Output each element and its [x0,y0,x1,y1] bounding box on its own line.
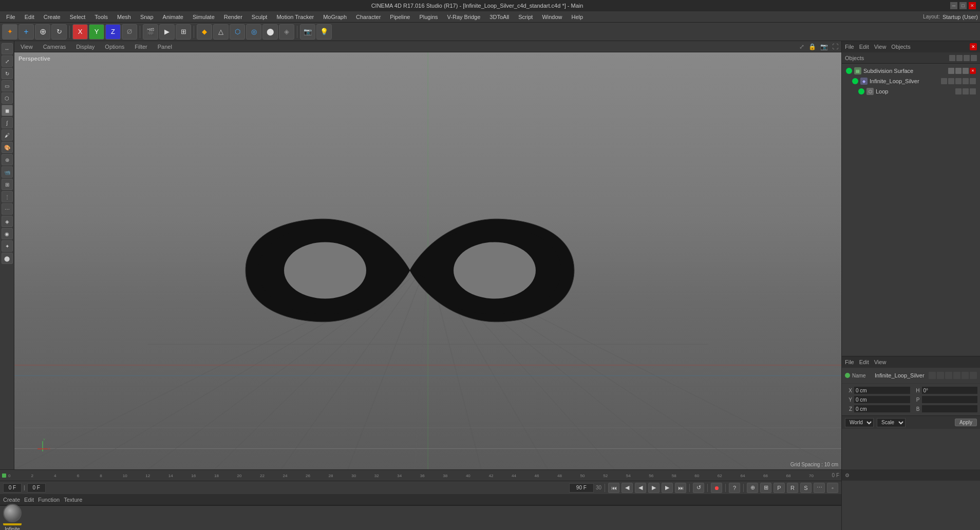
toolbar-btn-render[interactable]: ▶ [159,24,175,40]
viewport-tab-view[interactable]: View [17,43,36,51]
pb-key-pos[interactable]: P [774,483,785,493]
toolbar-btn-extrude[interactable]: ⬡ [230,24,245,40]
toolbar-btn-connect[interactable]: ◈ [279,24,294,40]
pb-help[interactable]: ? [729,483,740,493]
tool-snap2[interactable]: ⋮ [2,191,13,202]
tool-active[interactable]: ◼ [2,105,13,116]
attr-icon6[interactable] [970,372,977,379]
toolbar-btn-rotate[interactable]: ↻ [51,24,67,40]
panel-close-objects[interactable]: ✕ [970,43,977,50]
menu-sculpt[interactable]: Sculpt [248,13,272,21]
tool-grid[interactable]: ⊞ [2,179,13,190]
menu-mograph[interactable]: MoGraph [319,13,351,21]
tool-brush[interactable]: 🖌 [2,129,13,141]
tool-camera2[interactable]: 📹 [2,166,13,178]
tool-polygon[interactable]: ⬡ [2,92,13,104]
attr-icon1[interactable] [929,372,936,379]
obj-menu-objects[interactable]: Objects [891,44,910,50]
pb-record[interactable]: ⏺ [711,483,722,493]
menu-snap[interactable]: Snap [136,13,158,21]
object-item-infiniteloop[interactable]: ◆ Infinite_Loop_Silver [844,76,978,86]
attr-icon3[interactable] [945,372,952,379]
menu-pipeline[interactable]: Pipeline [386,13,414,21]
viewport-canvas[interactable]: Perspective [14,52,841,469]
menu-select[interactable]: Select [66,13,90,21]
apply-button[interactable]: Apply [955,419,977,426]
toolbar-btn-loop[interactable]: ◎ [246,24,261,40]
obj-menu-file[interactable]: File [845,44,854,50]
maximize-button[interactable]: □ [959,2,967,9]
toolbar-btn-light[interactable]: 💡 [316,24,332,40]
material-item-infinite[interactable]: Infinite [3,504,22,530]
toolbar-btn-all-axes[interactable]: Ø [122,24,137,40]
obj-menu-edit[interactable]: Edit [859,44,869,50]
mat-menu-create[interactable]: Create [3,497,20,503]
toolbar-btn-y-axis[interactable]: Y [89,24,104,40]
toolbar-btn-undo[interactable]: + [18,24,34,40]
obj-ctrl-lp2[interactable] [963,88,969,94]
coord-z-value[interactable]: 0 cm [854,405,911,413]
viewport-icon-lock[interactable]: 🔒 [808,43,816,50]
menu-file[interactable]: File [2,13,20,21]
pb-prev-keyframe[interactable]: ◀ [621,483,633,493]
pb-next-keyframe[interactable]: ▶ [662,483,673,493]
toolbar-btn-mode[interactable]: ✦ [2,24,17,40]
menu-motion-tracker[interactable]: Motion Tracker [272,13,318,21]
toolbar-btn-x-axis[interactable]: X [72,24,88,40]
obj-ctrl-vis2[interactable] [955,68,962,74]
tool-misc[interactable]: ◈ [2,216,13,227]
menu-mesh[interactable]: Mesh [113,13,135,21]
attr-icon2[interactable] [937,372,944,379]
viewport-tab-filter[interactable]: Filter [131,43,150,51]
obj-ctrl-il3[interactable] [955,78,962,84]
coord-h-value[interactable]: 0° [921,386,978,394]
attr-icon5[interactable] [962,372,969,379]
obj-ctrl-lp3[interactable] [970,88,976,94]
pb-play[interactable]: ▶ [648,483,659,493]
attr-menu-file[interactable]: File [845,359,854,365]
pb-key-scale[interactable]: S [800,483,812,493]
menu-character[interactable]: Character [352,13,385,21]
toolbar-btn-render-to[interactable]: ⊞ [176,24,191,40]
material-ball-infinite[interactable] [3,504,22,522]
end-frame-input[interactable]: 90 F [569,483,594,493]
viewport-tab-panel[interactable]: Panel [155,43,175,51]
menu-create[interactable]: Create [40,13,65,21]
viewport-tab-options[interactable]: Options [102,43,127,51]
obj-ctrl-il4[interactable] [963,78,969,84]
pb-key-point[interactable]: ◦ [827,483,838,493]
minimize-button[interactable]: ─ [950,2,957,9]
obj-ctrl-il5[interactable] [970,78,976,84]
coord-world-dropdown[interactable]: World [845,418,874,427]
close-button[interactable]: ✕ [969,2,976,9]
viewport-tab-display[interactable]: Display [73,43,98,51]
mat-menu-texture[interactable]: Texture [64,497,82,503]
menu-vray[interactable]: V-Ray Bridge [443,13,485,21]
pb-goto-end[interactable]: ⏭ [675,483,686,493]
menu-help[interactable]: Help [568,13,588,21]
menu-edit[interactable]: Edit [21,13,39,21]
toolbar-btn-move[interactable]: ⊕ [35,24,50,40]
pb-autokey[interactable]: ⊕ [747,483,758,493]
obj-ctrl-il1[interactable] [941,78,947,84]
obj-ctrl-lp1[interactable] [955,88,962,94]
pb-goto-start[interactable]: ⏮ [608,483,619,493]
menu-window[interactable]: Window [538,13,566,21]
toolbar-btn-knife[interactable]: △ [213,24,229,40]
coord-x-value[interactable]: 0 cm [854,386,911,394]
object-item-subdivision[interactable]: ▤ Subdivision Surface ✕ [844,66,978,76]
pb-loop[interactable]: ↺ [693,483,704,493]
coord-b-value[interactable] [921,405,978,413]
viewport-icon-expand[interactable]: ⛶ [832,43,838,50]
obj-ctrl-il2[interactable] [948,78,954,84]
obj-ctrl-vis3[interactable] [963,68,969,74]
obj-menu-view[interactable]: View [874,44,887,50]
attr-menu-view[interactable]: View [874,359,887,365]
pb-key-all[interactable]: ⊞ [760,483,771,493]
viewport-tab-cameras[interactable]: Cameras [40,43,69,51]
toolbar-btn-render-region[interactable]: 🎬 [143,24,158,40]
tool-select[interactable]: ▭ [2,80,13,91]
toolbar-btn-z-axis[interactable]: Z [105,24,121,40]
menu-simulate[interactable]: Simulate [189,13,219,21]
tool-deformer[interactable]: ⊛ [2,154,13,165]
